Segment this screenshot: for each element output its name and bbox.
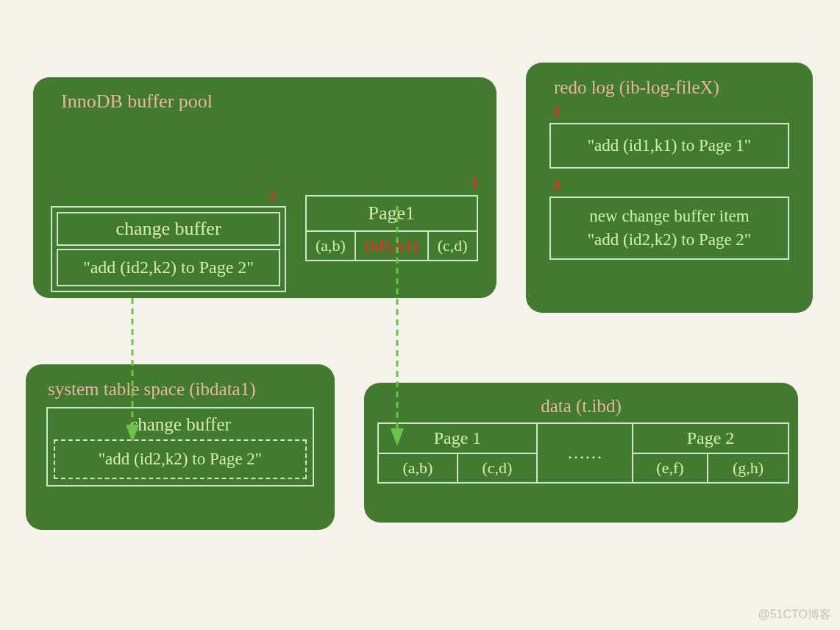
watermark: @51CTO博客 — [758, 607, 831, 623]
buffer-pool-box: InnoDB buffer pool change buffer "add (i… — [33, 77, 496, 298]
redo-log-box: redo log (ib-log-fileX) 3 "add (id1,k1) … — [526, 63, 813, 313]
sys-change-buffer-entry: "add (id2,k2) to Page 2" — [54, 439, 307, 479]
redo-entry-4: new change buffer item "add (id2,k2) to … — [549, 197, 789, 260]
data-page2-title: Page 2 — [633, 423, 789, 453]
buffer-pool-title: InnoDB buffer pool — [61, 91, 483, 113]
data-page1-cell-1: (c,d) — [458, 453, 537, 483]
data-page1-title: Page 1 — [378, 423, 537, 453]
page1-cell-1: (id1,k1) — [355, 231, 428, 261]
data-page2-cell-1: (g,h) — [708, 453, 789, 483]
step-1-label: 1 — [471, 173, 479, 192]
page1-cell-0: (a,b) — [306, 231, 355, 261]
sys-change-buffer-container: change buffer "add (id2,k2) to Page 2" — [46, 407, 314, 486]
redo-log-title: redo log (ib-log-fileX) — [554, 77, 800, 98]
step-3-label: 3 — [552, 102, 800, 121]
system-tablespace-title: system table space (ibdata1) — [48, 379, 321, 400]
step-4-label: 4 — [552, 176, 800, 195]
change-buffer-entry: "add (id2,k2) to Page 2" — [57, 249, 280, 286]
data-table: Page 1 …… Page 2 (a,b) (c,d) (e,f) (g,h) — [377, 422, 789, 484]
page1-table: Page1 (a,b) (id1,k1) (c,d) — [305, 195, 478, 261]
system-tablespace-box: system table space (ibdata1) change buff… — [26, 364, 335, 530]
data-ellipsis: …… — [537, 423, 633, 483]
change-buffer-container: change buffer "add (id2,k2) to Page 2" — [51, 206, 286, 292]
change-buffer-label: change buffer — [57, 212, 280, 246]
data-page2-cell-0: (e,f) — [633, 453, 708, 483]
page1-title: Page1 — [306, 196, 477, 231]
page1-cell-2: (c,d) — [428, 231, 477, 261]
redo-entry-3: "add (id1,k1) to Page 1" — [549, 123, 789, 169]
page1-container: Page1 (a,b) (id1,k1) (c,d) — [305, 195, 478, 261]
redo-entry-4-line2: "add (id2,k2) to Page 2" — [558, 230, 780, 249]
sys-change-buffer-label: change buffer — [54, 414, 307, 439]
data-box: data (t.ibd) Page 1 …… Page 2 (a,b) (c,d… — [364, 383, 798, 523]
data-title: data (t.ibd) — [377, 396, 785, 417]
redo-entry-4-line1: new change buffer item — [558, 207, 780, 226]
step-2-label: 2 — [268, 186, 277, 205]
data-page1-cell-0: (a,b) — [378, 453, 458, 483]
